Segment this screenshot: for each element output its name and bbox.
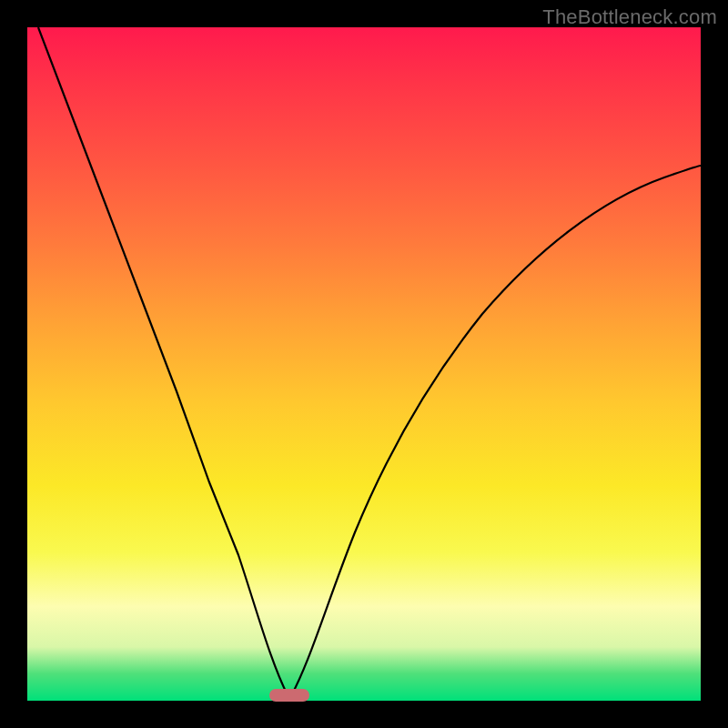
- plot-area: [27, 27, 701, 701]
- curve-left-branch: [38, 27, 289, 699]
- bottleneck-curve: [27, 27, 701, 701]
- watermark-text: TheBottleneck.com: [542, 5, 717, 29]
- optimal-marker: [269, 689, 309, 702]
- curve-right-branch: [289, 166, 701, 699]
